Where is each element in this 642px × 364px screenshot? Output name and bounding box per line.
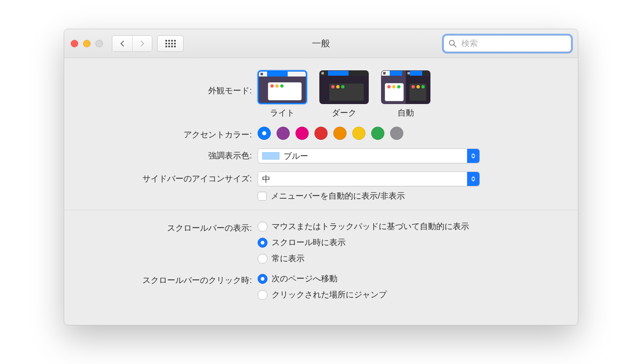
radio-label: 次のページへ移動 [272, 273, 337, 284]
accent-swatch[interactable] [352, 127, 365, 140]
minimize-window-button[interactable] [83, 40, 91, 47]
appearance-label: 外観モード: [77, 70, 258, 96]
accent-row: アクセントカラー: [77, 127, 565, 140]
section-divider [64, 210, 578, 210]
select-stepper-icon [467, 149, 479, 163]
search-field-wrap [444, 35, 571, 52]
scrollbar-click-label: スクロールバーのクリック時: [77, 273, 258, 286]
light-thumbnail [258, 70, 307, 104]
accent-swatch[interactable] [314, 127, 328, 140]
sidebar-icon-select[interactable]: 中 [258, 172, 480, 186]
chevron-right-icon [140, 41, 145, 46]
accent-label: アクセントカラー: [77, 127, 258, 140]
radio-label: 常に表示 [272, 253, 305, 264]
scrollbars-label: スクロールバーの表示: [77, 221, 258, 234]
scrollbars-radio-group: マウスまたはトラックパッドに基づいて自動的に表示スクロール時に表示常に表示 [258, 221, 565, 264]
scrollbar-click-radio-group: 次のページへ移動クリックされた場所にジャンプ [258, 273, 565, 300]
radio-label: スクロール時に表示 [272, 237, 346, 248]
accent-swatch[interactable] [390, 127, 403, 140]
highlight-row: 強調表示色: ブルー [77, 148, 565, 163]
toolbar: 一般 [64, 29, 578, 58]
chevron-left-icon [119, 41, 125, 46]
scrollbars-row: スクロールバーの表示: マウスまたはトラックパッドに基づいて自動的に表示スクロー… [77, 221, 565, 264]
menubar-autohide-row: メニューバーを自動的に表示/非表示 [77, 190, 565, 202]
accent-swatch[interactable] [295, 127, 309, 140]
window-traffic-lights [71, 40, 103, 47]
zoom-window-button[interactable] [95, 40, 103, 47]
accent-swatch[interactable] [333, 127, 347, 140]
appearance-option-label: ライト [258, 107, 307, 118]
appearance-option-label: ダーク [319, 107, 369, 118]
search-icon [449, 39, 457, 48]
radio-option[interactable]: マウスまたはトラックパッドに基づいて自動的に表示 [258, 221, 565, 232]
preferences-window: 一般 外観モード: ライト [64, 29, 578, 325]
sidebar-icon-row: サイドバーのアイコンサイズ: 中 [77, 172, 565, 186]
radio-icon [258, 290, 268, 300]
appearance-options: ライト ダーク [258, 70, 565, 118]
sidebar-icon-label: サイドバーのアイコンサイズ: [77, 172, 258, 184]
nav-back-forward [112, 35, 152, 52]
menubar-autohide-checkbox[interactable]: メニューバーを自動的に表示/非表示 [258, 190, 565, 202]
radio-icon [258, 222, 268, 232]
checkbox-icon [258, 192, 267, 201]
radio-option[interactable]: 次のページへ移動 [258, 273, 565, 284]
radio-option[interactable]: クリックされた場所にジャンプ [258, 289, 565, 300]
scrollbar-click-row: スクロールバーのクリック時: 次のページへ移動クリックされた場所にジャンプ [77, 273, 565, 300]
auto-thumbnail [381, 70, 430, 104]
highlight-select[interactable]: ブルー [258, 148, 480, 163]
general-panel: 外観モード: ライト [64, 58, 578, 325]
show-all-prefs-button[interactable] [157, 35, 184, 52]
select-stepper-icon [467, 172, 479, 186]
radio-icon [258, 274, 268, 284]
appearance-option-auto[interactable]: 自動 [381, 70, 430, 118]
highlight-value: ブルー [284, 151, 308, 162]
back-button[interactable] [112, 36, 132, 51]
radio-option[interactable]: 常に表示 [258, 253, 565, 264]
radio-label: マウスまたはトラックパッドに基づいて自動的に表示 [272, 221, 469, 232]
highlight-label: 強調表示色: [77, 148, 258, 161]
appearance-option-label: 自動 [381, 107, 430, 118]
grid-icon [165, 40, 176, 47]
svg-line-1 [454, 45, 456, 47]
svg-point-0 [449, 40, 454, 45]
search-input[interactable] [444, 35, 571, 52]
radio-option[interactable]: スクロール時に表示 [258, 237, 565, 248]
accent-color-swatches [258, 127, 565, 140]
highlight-swatch-icon [262, 152, 279, 160]
sidebar-icon-value: 中 [262, 174, 270, 185]
accent-swatch[interactable] [258, 127, 271, 140]
appearance-option-dark[interactable]: ダーク [319, 70, 369, 118]
appearance-option-light[interactable]: ライト [258, 70, 307, 118]
radio-icon [258, 254, 268, 264]
dark-thumbnail [319, 70, 369, 104]
menubar-autohide-label: メニューバーを自動的に表示/非表示 [271, 190, 405, 202]
close-window-button[interactable] [71, 40, 78, 47]
radio-icon [258, 238, 268, 248]
accent-swatch[interactable] [277, 127, 290, 140]
appearance-row: 外観モード: ライト [77, 70, 565, 118]
forward-button[interactable] [132, 36, 152, 51]
radio-label: クリックされた場所にジャンプ [272, 289, 387, 300]
accent-swatch[interactable] [371, 127, 384, 140]
